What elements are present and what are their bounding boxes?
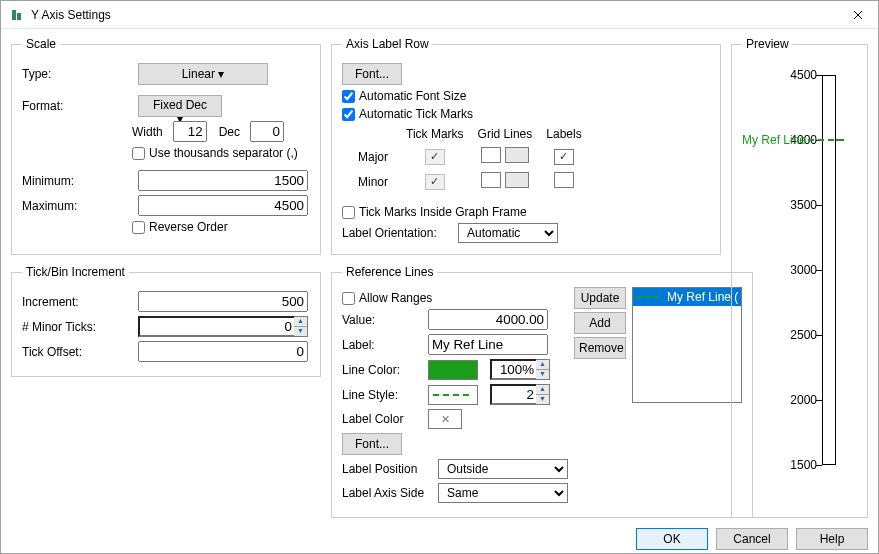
major-grid-sample[interactable] (505, 147, 529, 163)
reverse-label: Reverse Order (149, 220, 228, 234)
line-style-input[interactable] (490, 384, 536, 405)
tickbin-group: Tick/Bin Increment Increment: # Minor Ti… (11, 265, 321, 377)
ref-line-icon (635, 291, 663, 303)
opacity-spinner[interactable]: ▲▼ (536, 359, 550, 380)
preview-tick-label: 2500 (762, 328, 817, 342)
label-color-label: Label Color (342, 412, 422, 426)
dec-label: Dec (219, 125, 240, 139)
scale-legend: Scale (22, 37, 60, 51)
ref-value-input[interactable] (428, 309, 548, 330)
add-button[interactable]: Add (574, 312, 626, 334)
app-icon (9, 7, 25, 23)
maximum-input[interactable] (138, 195, 308, 216)
major-labels-checkbox[interactable] (554, 149, 574, 165)
reflines-legend: Reference Lines (342, 265, 437, 279)
ref-value-label: Value: (342, 313, 422, 327)
increment-input[interactable] (138, 291, 308, 312)
format-label: Format: (22, 99, 132, 113)
line-color-label: Line Color: (342, 363, 422, 377)
scale-group: Scale Type: Linear ▾ Format: Fixed Dec ▾… (11, 37, 321, 255)
col-labels-header: Labels (540, 127, 587, 143)
line-style-label: Line Style: (342, 388, 422, 402)
thousands-checkbox[interactable]: Use thousands separator (,) (132, 146, 298, 160)
width-label: Width (132, 125, 163, 139)
preview-tick-label: 3000 (762, 263, 817, 277)
list-item: My Ref Line ( (633, 288, 741, 306)
preview-legend: Preview (742, 37, 793, 51)
minor-ticks-input[interactable] (138, 316, 294, 337)
inside-frame-label: Tick Marks Inside Graph Frame (359, 205, 527, 219)
line-color-swatch[interactable] (428, 360, 478, 380)
col-tick-header: Tick Marks (400, 127, 470, 143)
ok-button[interactable]: OK (636, 528, 708, 550)
col-grid-header: Grid Lines (472, 127, 539, 143)
axis-font-button[interactable]: Font... (342, 63, 402, 85)
increment-label: Increment: (22, 295, 132, 309)
orientation-select[interactable]: Automatic (458, 223, 558, 243)
minor-ticks-spinner[interactable]: ▲▼ (294, 316, 308, 337)
tick-grid-table: Tick Marks Grid Lines Labels Major Minor (350, 125, 590, 195)
preview-tick-label: 4500 (762, 68, 817, 82)
format-dropdown[interactable]: Fixed Dec ▾ (138, 95, 222, 117)
auto-font-label: Automatic Font Size (359, 89, 466, 103)
minimum-input[interactable] (138, 170, 308, 191)
thousands-label: Use thousands separator (,) (149, 146, 298, 160)
svg-rect-1 (17, 13, 21, 20)
auto-font-checkbox[interactable]: Automatic Font Size (342, 89, 466, 103)
dialog-window: Y Axis Settings Scale Type: Linear ▾ For… (0, 0, 879, 554)
minor-tick-checkbox[interactable] (425, 174, 445, 190)
label-side-select[interactable]: Same (438, 483, 568, 503)
type-dropdown[interactable]: Linear ▾ (138, 63, 268, 85)
preview-tick-label: 2000 (762, 393, 817, 407)
preview-chart: 1500200025003000350040004500My Ref Line (742, 65, 857, 505)
minor-grid-checkbox[interactable] (481, 172, 501, 188)
minimum-label: Minimum: (22, 174, 132, 188)
help-button[interactable]: Help (796, 528, 868, 550)
row-major-label: Major (352, 145, 398, 168)
list-item-label: My Ref Line ( (667, 290, 738, 304)
tickbin-legend: Tick/Bin Increment (22, 265, 129, 279)
close-icon[interactable] (838, 1, 878, 29)
ref-lines-list[interactable]: My Ref Line ( (632, 287, 742, 403)
tick-offset-label: Tick Offset: (22, 345, 132, 359)
auto-ticks-label: Automatic Tick Marks (359, 107, 473, 121)
reverse-checkbox[interactable]: Reverse Order (132, 220, 228, 234)
auto-ticks-checkbox[interactable]: Automatic Tick Marks (342, 107, 473, 121)
major-tick-checkbox[interactable] (425, 149, 445, 165)
inside-frame-checkbox[interactable]: Tick Marks Inside Graph Frame (342, 205, 527, 219)
cancel-button[interactable]: Cancel (716, 528, 788, 550)
update-button[interactable]: Update (574, 287, 626, 309)
reference-lines-group: Reference Lines Allow Ranges Value: (331, 265, 753, 518)
window-title: Y Axis Settings (31, 8, 111, 22)
major-grid-checkbox[interactable] (481, 147, 501, 163)
orientation-label: Label Orientation: (342, 226, 452, 240)
ref-label-input[interactable] (428, 334, 548, 355)
preview-ref-line: My Ref Line (742, 133, 844, 147)
preview-tick-label: 1500 (762, 458, 817, 472)
row-minor-label: Minor (352, 170, 398, 193)
line-style-spinner[interactable]: ▲▼ (536, 384, 550, 405)
opacity-input[interactable] (490, 359, 536, 380)
svg-rect-0 (12, 10, 16, 20)
ref-label-label: Label: (342, 338, 422, 352)
allow-ranges-label: Allow Ranges (359, 291, 432, 305)
dec-input[interactable] (250, 121, 284, 142)
ref-font-button[interactable]: Font... (342, 433, 402, 455)
line-style-swatch[interactable] (428, 385, 478, 405)
minor-ticks-label: # Minor Ticks: (22, 320, 132, 334)
label-position-select[interactable]: Outside (438, 459, 568, 479)
label-position-label: Label Position (342, 462, 432, 476)
preview-tick-label: 3500 (762, 198, 817, 212)
dialog-footer: OK Cancel Help (1, 522, 878, 554)
label-color-swatch[interactable]: ✕ (428, 409, 462, 429)
width-input[interactable] (173, 121, 207, 142)
remove-button[interactable]: Remove (574, 337, 626, 359)
minor-grid-sample[interactable] (505, 172, 529, 188)
axis-label-row-group: Axis Label Row Font... Automatic Font Si… (331, 37, 721, 255)
titlebar: Y Axis Settings (1, 1, 878, 29)
axisrow-legend: Axis Label Row (342, 37, 433, 51)
label-side-label: Label Axis Side (342, 486, 432, 500)
tick-offset-input[interactable] (138, 341, 308, 362)
allow-ranges-checkbox[interactable]: Allow Ranges (342, 291, 432, 305)
minor-labels-checkbox[interactable] (554, 172, 574, 188)
